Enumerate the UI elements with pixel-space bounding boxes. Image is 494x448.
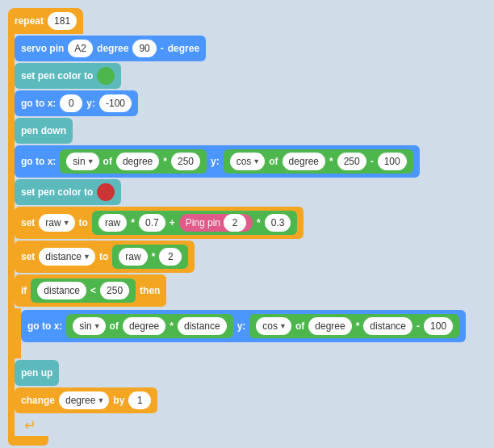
pen-up-label: pen up [21,367,52,379]
set-pen-color-2: set pen color to [15,179,121,205]
servo-degree-label2: degree [168,43,199,54]
goto-3-sin-group: sin ▼ of degree * distance [66,314,232,338]
change-by-value[interactable]: 1 [128,391,151,409]
pen-color-green-circle[interactable] [97,67,115,85]
if-empty-row [21,342,466,357]
if-distance-pill[interactable]: distance [37,282,86,299]
goto-2-cos-group: cos ▼ of degree * 250 - 100 [224,149,413,174]
goto-3-label: go to x: [27,320,62,332]
if-condition: distance < 250 [31,278,136,303]
goto-2-of-label: of [103,156,112,167]
if-250-pill[interactable]: 250 [100,282,129,299]
set-distance-to: to [99,251,108,262]
nested-blocks: servo pin A2 degree 90 - degree set pen … [8,34,466,436]
set-raw-block: set raw ▼ to raw * 0.7 + Ping pin 2 * 0 [15,207,304,239]
goto-2-times2: * [329,156,333,167]
ping-label: Ping pin [186,217,220,228]
set-pen-color-1-label: set pen color to [21,70,93,82]
servo-block: servo pin A2 degree 90 - degree [15,36,206,61]
goto-2-degree1[interactable]: degree [116,153,159,170]
pen-down-block: pen down [15,118,73,144]
change-degree-dropdown[interactable]: degree ▼ [59,391,109,409]
goto-1: go to x: 0 y: -100 [15,90,138,116]
repeat-label: repeat [15,15,44,27]
set-distance-dropdown[interactable]: distance ▼ [39,248,95,266]
goto-1-label: go to x: [21,98,56,109]
set-pen-color-1: set pen color to [15,63,121,89]
goto-3-times2: * [356,320,360,332]
goto-1-y-label: y: [86,98,95,109]
goto-3-cos-dropdown[interactable]: cos ▼ [256,317,291,335]
goto-3-times1: * [170,320,174,332]
set-raw-03[interactable]: 0.3 [265,214,291,232]
if-label: if [21,285,27,296]
change-by-label: by [113,395,124,406]
if-block: if distance < 250 then [15,274,166,307]
goto-3-degree2[interactable]: degree [308,317,351,335]
set-raw-dropdown1[interactable]: raw ▼ [39,214,74,232]
goto-2: go to x: sin ▼ of degree * 250 y: cos ▼ [15,145,420,178]
set-distance-raw[interactable]: raw [119,248,147,266]
set-pen-color-2-label: set pen color to [21,186,93,198]
if-then-label: then [140,285,160,296]
repeat-block: repeat 181 [8,8,83,34]
goto-2-cos-dropdown[interactable]: cos ▼ [230,153,266,170]
goto-3-degree1[interactable]: degree [123,317,165,335]
repeat-bottom-cap [8,436,48,446]
goto-2-100[interactable]: 100 [378,153,407,170]
goto-2-label: go to x: [21,156,56,167]
goto-2-250b[interactable]: 250 [337,153,366,170]
set-distance-label: set [21,251,35,262]
goto-1-x[interactable]: 0 [60,94,82,112]
pen-color-red-circle[interactable] [97,183,115,201]
goto-2-of-label2: of [269,156,278,167]
set-raw-times: * [131,217,135,228]
change-label: change [21,395,55,406]
if-lt: < [90,285,96,296]
servo-label: servo pin [21,43,64,54]
set-distance-block: set distance ▼ to raw * 2 [15,241,195,273]
set-raw-label: set [21,217,35,228]
repeat-value[interactable]: 181 [48,12,77,30]
set-raw-07[interactable]: 0.7 [139,214,165,232]
goto-3-y-label: y: [237,320,246,332]
goto-2-times1: * [163,156,167,167]
goto-2-degree2[interactable]: degree [283,153,325,170]
change-degree-block: change degree ▼ by 1 [15,387,157,413]
goto-3-of-label: of [110,320,119,332]
goto-1-y[interactable]: -100 [99,94,132,112]
goto-3: go to x: sin ▼ of degree * distance y: [21,310,466,342]
set-raw-plus: + [170,217,175,228]
set-distance-2[interactable]: 2 [159,248,182,266]
goto-3-100[interactable]: 100 [424,317,453,335]
goto-3-minus: - [417,320,420,332]
goto-2-y-label: y: [211,156,220,167]
pen-down-label: pen down [21,125,66,136]
set-distance-formula: raw * 2 [112,245,188,269]
servo-degree-label: degree [97,43,128,54]
set-raw-raw2[interactable]: raw [98,214,127,232]
loop-arrow: ↵ [15,415,466,434]
set-raw-times2: * [257,217,261,228]
goto-3-sin-dropdown[interactable]: sin ▼ [73,317,105,335]
set-raw-formula: raw * 0.7 + Ping pin 2 * 0.3 [92,211,297,235]
set-raw-ping-block: Ping pin 2 [179,214,253,232]
goto-3-dist1[interactable]: distance [178,317,227,335]
goto-2-sin-group: sin ▼ of degree * 250 [60,149,207,174]
goto-2-minus: - [370,156,374,167]
pen-up-block: pen up [15,360,59,386]
goto-2-sin-dropdown[interactable]: sin ▼ [66,153,98,170]
goto-3-of-label2: of [295,320,304,332]
ping-value[interactable]: 2 [224,214,246,232]
goto-3-dist2[interactable]: distance [363,317,412,335]
goto-3-cos-group: cos ▼ of degree * distance - 100 [249,314,459,338]
set-raw-to: to [79,217,88,228]
if-nested-blocks: go to x: sin ▼ of degree * distance y: [15,308,466,358]
servo-minus: - [161,43,164,54]
servo-value[interactable]: 90 [132,40,156,57]
set-distance-times: * [152,251,156,262]
scratch-workspace: repeat 181 servo pin A2 degree 90 - degr… [8,8,486,446]
servo-pin[interactable]: A2 [68,40,93,57]
goto-2-250a[interactable]: 250 [171,153,200,170]
